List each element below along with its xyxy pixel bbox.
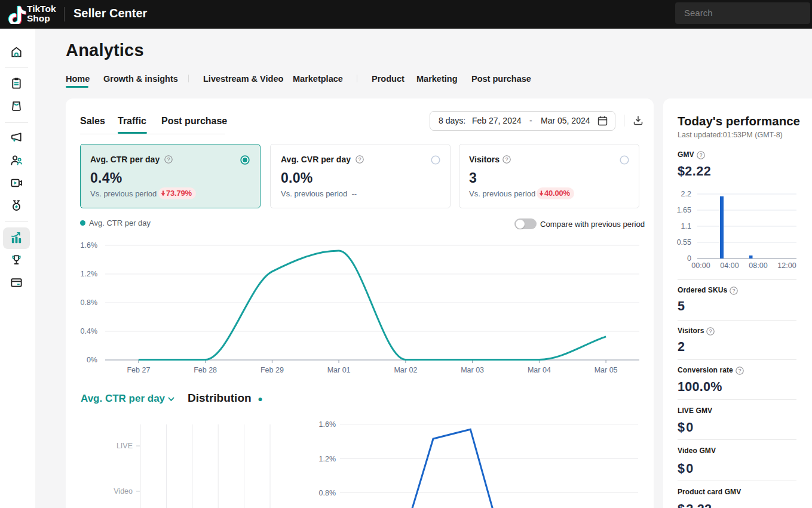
svg-text:00:00: 00:00 [691,261,710,270]
svg-text:08:00: 08:00 [749,261,767,270]
svg-text:04:00: 04:00 [720,261,739,270]
svg-text:?: ? [358,156,361,162]
svg-text:?: ? [700,152,703,158]
svg-text:0: 0 [687,254,691,263]
svg-text:0.4%: 0.4% [81,327,98,335]
svg-text:?: ? [709,328,712,334]
svg-text:Mar 02: Mar 02 [394,366,417,374]
svg-text:Feb 29: Feb 29 [261,366,284,374]
svg-text:LIVE: LIVE [117,442,133,450]
svg-text:Mar 04: Mar 04 [528,366,551,374]
svg-text:Mar 01: Mar 01 [327,366,351,374]
svg-text:Mar 05: Mar 05 [595,366,618,374]
svg-text:12:00: 12:00 [777,261,796,270]
svg-text:Feb 27: Feb 27 [127,366,150,374]
svg-text:?: ? [505,156,508,162]
svg-text:0%: 0% [87,356,97,364]
svg-text:1.2%: 1.2% [319,455,336,463]
svg-text:2.2: 2.2 [681,190,691,198]
svg-text:0.8%: 0.8% [81,298,98,307]
svg-text:?: ? [167,156,170,162]
svg-text:Video: Video [114,487,133,495]
svg-text:?: ? [739,368,741,374]
svg-text:Mar 03: Mar 03 [461,366,484,374]
svg-text:1.65: 1.65 [677,206,691,214]
svg-text:1.6%: 1.6% [81,241,98,250]
svg-text:0.55: 0.55 [677,238,691,247]
svg-text:1.6%: 1.6% [319,420,336,429]
svg-text:Feb 28: Feb 28 [194,366,217,374]
svg-text:0.8%: 0.8% [319,489,336,497]
svg-text:1.1: 1.1 [681,222,691,230]
svg-text:?: ? [733,288,736,294]
svg-text:1.2%: 1.2% [81,270,98,278]
